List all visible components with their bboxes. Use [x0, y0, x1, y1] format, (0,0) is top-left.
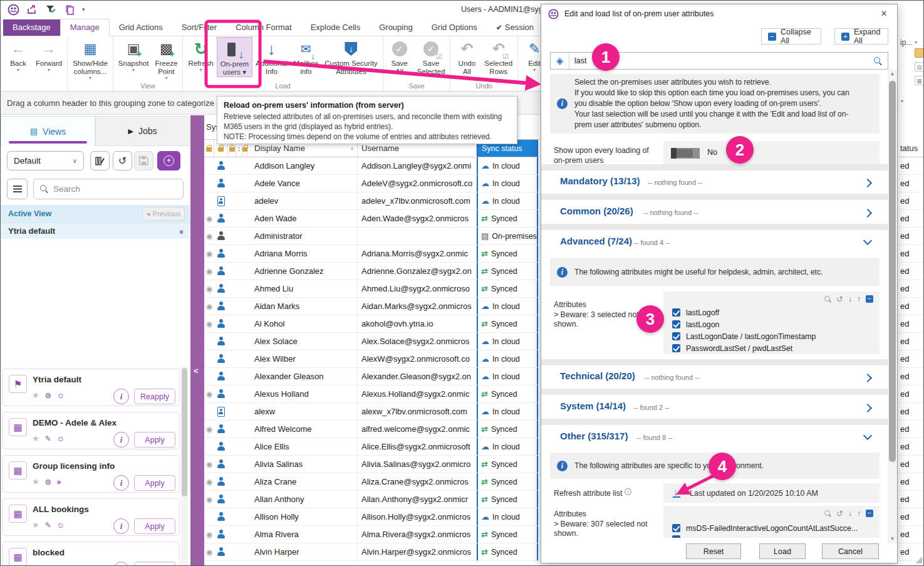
collapse-all-button[interactable]: Collapse All	[761, 28, 821, 45]
table-row[interactable]: Alvin Harper Alvin.Harper@sygx2.onmicros…	[204, 543, 539, 561]
expand-all-button[interactable]: Expand All	[834, 28, 888, 45]
copy-pages-icon[interactable]	[63, 3, 76, 16]
cell-username[interactable]: Aidan.Marks@sygx2.onmicros	[358, 298, 477, 315]
table-row[interactable]: Adele Vance AdeleV@sygx2.onmicrosoft.co …	[204, 175, 539, 192]
scrollbar-thumb[interactable]	[889, 81, 896, 462]
favorite-star-icon[interactable]: ★	[32, 477, 39, 486]
view-info-button[interactable]: i	[113, 432, 129, 448]
ribbon-button[interactable]: Back ▾	[4, 37, 33, 73]
lock-column-header[interactable]	[204, 140, 214, 157]
apply-view-button[interactable]: Apply	[134, 518, 175, 534]
cell-sync-status[interactable]: In cloud	[477, 333, 538, 350]
ribbon-button[interactable]: Snapshot ▾	[115, 37, 152, 73]
table-row[interactable]: Adrienne Gonzalez Adrienne.Gonzalez@sygx…	[204, 263, 539, 280]
cell-display-name[interactable]: Aidan Marks	[248, 298, 358, 315]
table-row[interactable]: Aliza Crane Aliza.Crane@sygx2.onmicros S…	[204, 473, 539, 491]
checkbox-checked[interactable]	[672, 344, 680, 352]
cell-display-name[interactable]: Al Kohol	[248, 315, 358, 332]
table-row[interactable]: Alice Ellis Alice.Ellis@sygx2.onmicrosof…	[204, 438, 539, 456]
cell-username[interactable]: Allan.Anthony@sygx2.onmicr	[358, 491, 477, 508]
clipped-ribbon-icon[interactable]	[915, 48, 924, 58]
ribbon-tab[interactable]: Grid Options	[422, 19, 487, 36]
cell-username[interactable]: Allison.Holly@sygx2.onmicros	[358, 508, 477, 525]
cell-display-name[interactable]: Aliza Crane	[248, 473, 358, 490]
table-row[interactable]: Alexander Gleason Alexander.Gleason@sygx…	[204, 368, 539, 385]
table-row[interactable]: Aidan Marks Aidan.Marks@sygx2.onmicros I…	[204, 298, 539, 315]
favorite-star-icon[interactable]: ★	[32, 520, 39, 530]
undo-icon[interactable]: ↺	[836, 510, 843, 517]
table-row[interactable]: Alfred Welcome alfred.welcome@sygx2.onmi…	[204, 421, 539, 438]
cell-username[interactable]: AlexW@sygx2.onmicrosoft.co	[358, 350, 477, 367]
export-icon[interactable]	[26, 3, 38, 16]
view-card[interactable]: blocked ★ i Apply	[3, 542, 180, 566]
cell-display-name[interactable]: Addison Langley	[248, 157, 358, 174]
cell-sync-status[interactable]: Synced	[477, 526, 538, 543]
cell-sync-status[interactable]: Synced	[477, 245, 538, 262]
cell-username[interactable]	[358, 228, 477, 244]
cell-display-name[interactable]: Administrator	[248, 228, 358, 244]
edit-columns-button[interactable]	[90, 151, 110, 170]
checkbox-checked[interactable]	[672, 524, 680, 532]
table-row[interactable]: Allison Holly Allison.Holly@sygx2.onmicr…	[204, 508, 539, 526]
clipped-ribbon-icon[interactable]: ▦	[915, 76, 924, 85]
ribbon-tab[interactable]: Grid Actions	[110, 19, 172, 36]
undo-icon[interactable]: ↺	[836, 296, 843, 303]
checkbox-checked[interactable]	[672, 332, 680, 340]
ribbon-button[interactable]: On-prem users ▾	[217, 37, 252, 77]
view-card[interactable]: ALL bookings ★ i Apply	[3, 498, 180, 536]
tab-views[interactable]: ▤ Views	[1, 116, 95, 146]
ribbon-button[interactable]: Show/Hide columns... ▾	[70, 37, 111, 81]
cell-sync-status[interactable]: In cloud	[477, 175, 538, 192]
cell-sync-status[interactable]: Synced	[477, 263, 538, 280]
cell-sync-status[interactable]: Synced	[477, 456, 538, 473]
view-card[interactable]: Ytria default ★ i Reapply	[3, 369, 180, 406]
ribbon-button[interactable]: Save All	[385, 37, 414, 76]
ribbon-button[interactable]: Custom Security Attributes	[321, 37, 380, 76]
previous-view-button[interactable]: ◂Previous	[142, 207, 185, 221]
add-view-button[interactable]: +	[157, 151, 180, 170]
favorite-star-icon[interactable]: ★	[32, 563, 39, 566]
cell-display-name[interactable]: Alexander Gleason	[248, 368, 358, 385]
ribbon-tab[interactable]: Column Format	[226, 19, 301, 36]
ribbon-button[interactable]: Refresh ▾	[185, 37, 216, 73]
cell-display-name[interactable]: Alma Rivera	[248, 526, 358, 543]
ribbon-button[interactable]: Save Selected	[414, 37, 449, 76]
table-row[interactable]: Alma Rivera Alma.Rivera@sygx2.onmicros S…	[204, 526, 539, 543]
favorite-star-icon[interactable]: ★	[32, 434, 39, 443]
apply-view-button[interactable]: Apply	[134, 475, 175, 491]
close-icon[interactable]: ×	[876, 7, 892, 21]
cell-display-name[interactable]: Allan Anthony	[248, 491, 358, 508]
table-row[interactable]: Al Kohol akohol@ovh.ytria.io Synced	[204, 315, 539, 333]
cell-username[interactable]: akohol@ovh.ytria.io	[358, 315, 477, 332]
clear-search-icon[interactable]	[551, 53, 569, 69]
resize-grip-icon[interactable]: ◢	[915, 554, 922, 564]
cell-username[interactable]: Adrienne.Gonzalez@sygx2.on	[358, 263, 477, 280]
table-row[interactable]: Administrator On-premises	[204, 228, 539, 245]
table-row[interactable]: Alivia Salinas Alivia.Salinas@sygx2.onmi…	[204, 456, 539, 473]
ribbon-tab[interactable]: ✔Session	[487, 19, 543, 36]
cell-display-name[interactable]: Ahmed Liu	[248, 280, 358, 297]
reset-view-button[interactable]: ↺	[113, 151, 132, 170]
cell-sync-status[interactable]: In cloud	[477, 350, 538, 367]
cell-username[interactable]: alfred.welcome@sygx2.onmic	[358, 421, 477, 438]
cell-display-name[interactable]: Alex Solace	[248, 333, 358, 350]
cell-username[interactable]: Aden.Wade@sygx2.onmicros	[358, 210, 477, 227]
table-row[interactable]: Alex Solace Alex.Solace@sygx2.onmicros I…	[204, 333, 539, 350]
save-view-button[interactable]	[134, 151, 153, 170]
ribbon-button[interactable]: Freeze Point ▾	[152, 37, 180, 81]
table-row[interactable]: Allan Anthony Allan.Anthony@sygx2.onmicr…	[204, 491, 539, 508]
apply-view-button[interactable]: Apply	[134, 562, 175, 566]
cell-username[interactable]: Alex.Solace@sygx2.onmicros	[358, 333, 477, 350]
collapse-list-icon[interactable]: −	[866, 295, 873, 303]
ribbon-button[interactable]: Mailbox info	[291, 37, 322, 76]
cell-display-name[interactable]: Alexus Holland	[248, 385, 358, 402]
view-scope-select[interactable]: Default∨	[7, 151, 84, 170]
section-mandatory[interactable]: Mandatory (13/13) -- nothing found --	[541, 170, 888, 194]
filter-icon[interactable]	[44, 3, 57, 16]
ribbon-button[interactable]: Undo All	[452, 37, 481, 76]
cell-username[interactable]: AdeleV@sygx2.onmicrosoft.co	[358, 175, 477, 192]
apply-view-button[interactable]: Apply	[134, 432, 175, 448]
section-system[interactable]: System (14/14) -- found 2 --	[541, 396, 888, 419]
cell-sync-status[interactable]: In cloud	[477, 403, 538, 420]
view-card[interactable]: Group licensing info ★ i Apply	[3, 455, 180, 493]
